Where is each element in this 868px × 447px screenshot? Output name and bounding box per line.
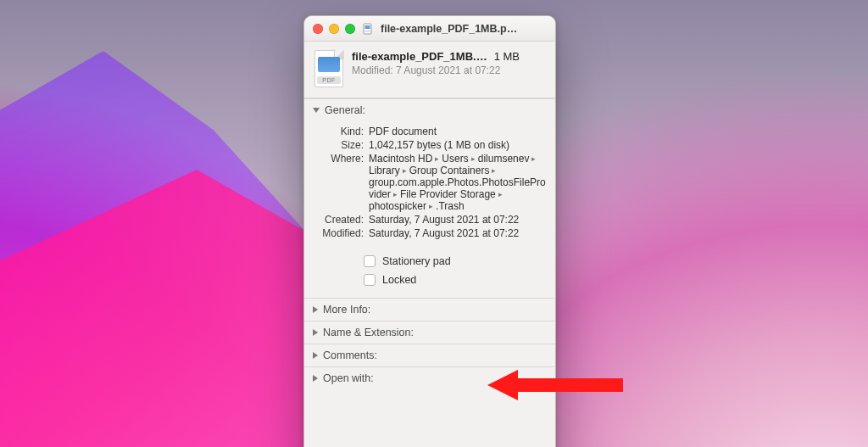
path-segment: Macintosh HD [369,153,432,165]
path-separator-icon: ▸ [496,190,505,198]
locked-checkbox[interactable] [364,274,376,286]
file-size: 1 MB [494,50,520,63]
section-toggle-open-with[interactable]: Open with: [304,367,555,389]
file-type-icon: PDF [314,50,343,87]
proxy-document-icon[interactable] [362,23,374,35]
minimize-icon[interactable] [329,24,339,34]
close-icon[interactable] [313,24,323,34]
path-separator-icon: ▸ [469,154,478,163]
chevron-down-icon [313,108,320,113]
section-open-with: Open with: [304,366,555,389]
label-modified: Modified: [313,227,364,239]
get-info-window: file-example_PDF_1MB.p… PDF file-example… [303,15,556,447]
section-toggle-more-info[interactable]: More Info: [304,299,555,321]
path-segment: .Trash [436,200,465,212]
svg-rect-2 [365,31,370,31]
chevron-right-icon [313,375,318,382]
window-title: file-example_PDF_1MB.p… [381,23,547,35]
label-created: Created: [313,214,364,226]
section-more-info: More Info: [304,298,555,321]
path-segment: Users [442,153,468,165]
value-created: Saturday, 7 August 2021 at 07:22 [369,214,547,226]
value-size: 1,042,157 bytes (1 MB on disk) [369,139,547,151]
stationery-pad-checkbox[interactable] [364,255,376,267]
section-title-open-with: Open with: [323,372,374,384]
file-header: PDF file-example_PDF_1MB.… 1 MB Modified… [304,42,555,98]
path-segment: Group Containers [409,165,490,176]
path-separator-icon: ▸ [432,154,442,163]
chevron-right-icon [313,306,318,313]
section-title-name-extension: Name & Extension: [323,327,414,338]
chevron-right-icon [313,352,318,359]
path-separator-icon: ▸ [391,190,400,198]
section-comments: Comments: [304,344,555,366]
path-segment: Library [369,165,400,176]
section-title-more-info: More Info: [323,304,370,316]
file-modified-subtitle: Modified: 7 August 2021 at 07:22 [352,64,545,76]
path-segment: photospicker [369,200,426,212]
path-segment: dilumsenev [478,153,530,165]
path-separator-icon: ▸ [489,166,498,175]
path-separator-icon: ▸ [529,154,538,163]
label-kind: Kind: [313,126,364,137]
locked-label[interactable]: Locked [382,274,416,286]
path-separator-icon: ▸ [400,166,409,175]
value-modified: Saturday, 7 August 2021 at 07:22 [369,227,547,239]
label-where: Where: [313,153,364,165]
section-toggle-comments[interactable]: Comments: [304,344,555,366]
section-toggle-general[interactable]: General: [304,99,555,121]
section-title-general: General: [325,104,365,116]
chevron-right-icon [313,329,318,336]
value-kind: PDF document [369,126,547,137]
path-segment: File Provider Storage [400,188,496,200]
section-toggle-name-extension[interactable]: Name & Extension: [304,321,555,344]
svg-rect-1 [365,25,370,29]
file-name: file-example_PDF_1MB.… [352,50,487,63]
zoom-icon[interactable] [345,24,355,34]
general-checkboxes: Stationery pad Locked [304,249,555,298]
titlebar[interactable]: file-example_PDF_1MB.p… [304,16,555,42]
path-separator-icon: ▸ [426,202,436,210]
window-controls [313,24,355,34]
label-size: Size: [313,139,364,151]
section-name-extension: Name & Extension: [304,321,555,344]
section-title-comments: Comments: [323,349,377,361]
stationery-pad-label[interactable]: Stationery pad [382,255,451,267]
general-body: Kind: PDF document Size: 1,042,157 bytes… [304,121,555,249]
section-general: General: Kind: PDF document Size: 1,042,… [304,98,555,298]
value-where: Macintosh HD▸Users▸dilumsenev▸Library▸Gr… [369,153,547,212]
